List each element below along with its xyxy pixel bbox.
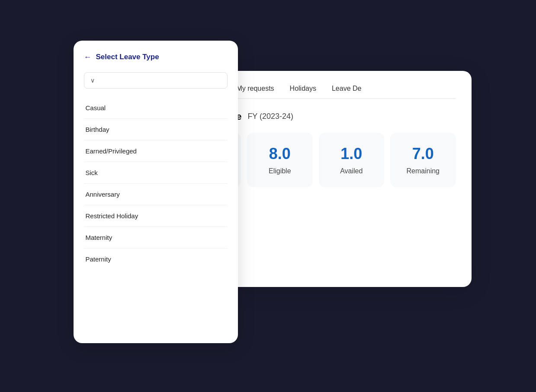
stat-card-eligible: 8.0 Eligible [247, 133, 313, 187]
chevron-down-icon: ∨ [90, 77, 95, 84]
leave-type-item-earned[interactable]: Earned/Privileged [84, 140, 228, 162]
stat-card-remaining: 7.0 Remaining [390, 133, 456, 187]
panel-title: Select Leave Type [96, 53, 159, 61]
stat-card-availed: 1.0 Availed [319, 133, 385, 187]
leave-type-dropdown[interactable]: ∨ [84, 72, 228, 89]
fy-badge: FY (2023-24) [247, 112, 293, 121]
leave-type-item-sick[interactable]: Sick [84, 162, 228, 184]
leave-type-item-paternity[interactable]: Paternity [84, 249, 228, 270]
scene: ← Select Leave Type ∨ Casual Birthday Ea… [74, 28, 463, 365]
stat-value-availed: 1.0 [340, 145, 362, 163]
leave-type-item-casual[interactable]: Casual [84, 97, 228, 119]
leave-type-item-maternity[interactable]: Maternity [84, 227, 228, 249]
leave-type-item-anniversary[interactable]: Anniversary [84, 184, 228, 205]
tab-leave-de[interactable]: Leave De [332, 85, 362, 99]
stat-value-eligible: 8.0 [269, 145, 291, 163]
leave-type-panel: ← Select Leave Type ∨ Casual Birthday Ea… [74, 41, 238, 343]
leave-type-item-birthday[interactable]: Birthday [84, 119, 228, 140]
leave-type-item-restricted[interactable]: Restricted Holiday [84, 205, 228, 227]
stat-value-remaining: 7.0 [412, 145, 434, 163]
stat-label-remaining: Remaining [407, 167, 440, 175]
stat-label-availed: Availed [340, 167, 363, 175]
tab-holidays[interactable]: Holidays [290, 85, 316, 99]
panel-header: ← Select Leave Type [84, 53, 228, 62]
tab-my-requests[interactable]: My requests [236, 85, 274, 99]
back-button[interactable]: ← [84, 53, 92, 62]
stat-label-eligible: Eligible [269, 167, 291, 175]
leave-type-list: Casual Birthday Earned/Privileged Sick A… [84, 97, 228, 270]
